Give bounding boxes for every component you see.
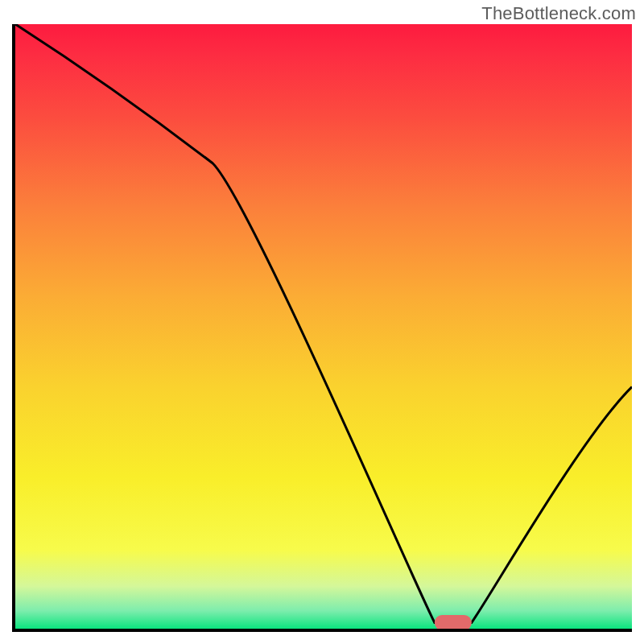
gradient-bg [15,24,632,629]
optimal-marker [435,615,472,629]
chart-container: TheBottleneck.com [0,0,644,644]
chart-svg [15,24,632,629]
watermark-text: TheBottleneck.com [481,3,636,24]
plot-area [12,24,632,632]
